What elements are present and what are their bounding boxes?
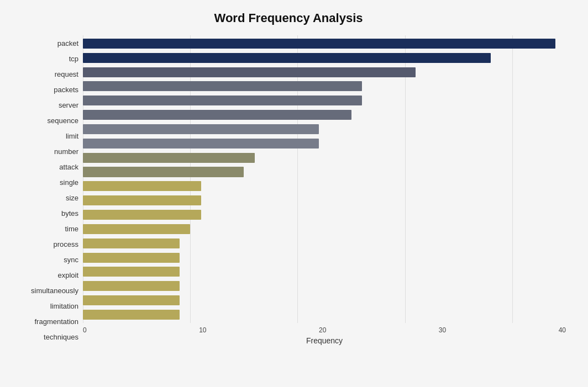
bar-row: [83, 179, 566, 193]
y-label: fragmentation: [35, 318, 79, 325]
x-axis: 010203040: [83, 323, 566, 334]
bar-row: [83, 151, 566, 165]
y-label: request: [55, 71, 78, 78]
y-label: simultaneously: [31, 287, 78, 294]
bar: [83, 67, 416, 77]
bar: [83, 281, 180, 291]
bar-row: [83, 122, 566, 136]
y-label: techniques: [44, 333, 78, 341]
y-label: server: [59, 102, 78, 109]
bar: [83, 295, 180, 305]
bar: [83, 153, 255, 163]
bar: [83, 253, 180, 263]
bar: [83, 224, 190, 234]
bar: [83, 53, 491, 63]
bar: [83, 195, 201, 205]
bar: [83, 238, 180, 248]
x-tick: 40: [559, 326, 566, 334]
y-label: limitation: [50, 303, 78, 310]
bar-row: [83, 165, 566, 179]
bar-row: [83, 236, 566, 251]
bar: [83, 267, 180, 277]
chart-area: packettcprequestpacketsserversequencelim…: [11, 35, 566, 345]
y-label: process: [53, 241, 78, 248]
bar: [83, 210, 201, 220]
bars-list: [83, 35, 566, 323]
bar-row: [83, 279, 566, 293]
y-label: packet: [57, 40, 78, 47]
x-tick: 10: [199, 326, 206, 334]
y-label: size: [66, 194, 78, 202]
x-axis-label: Frequency: [83, 336, 566, 345]
y-label: tcp: [69, 55, 78, 62]
bar-row: [83, 65, 566, 79]
bar-row: [83, 136, 566, 151]
chart-container: Word Frequency Analysis packettcprequest…: [0, 0, 588, 387]
y-label: attack: [59, 163, 78, 171]
bar: [83, 310, 180, 320]
y-label: limit: [66, 132, 78, 140]
bar-row: [83, 251, 566, 265]
bar: [83, 110, 351, 120]
bars-area: [83, 35, 566, 323]
x-tick: 0: [83, 326, 87, 334]
y-label: time: [65, 225, 78, 232]
x-tick: 30: [439, 326, 446, 334]
y-label: packets: [54, 86, 78, 93]
bar-row: [83, 293, 566, 308]
bar-row: [83, 36, 566, 51]
bar: [83, 39, 555, 49]
bar-row: [83, 108, 566, 122]
y-label: single: [60, 179, 78, 186]
x-tick: 20: [319, 326, 326, 334]
bar: [83, 139, 319, 149]
y-label: sequence: [48, 117, 78, 124]
bar-row: [83, 265, 566, 279]
bars-and-x: 010203040 Frequency: [83, 35, 566, 345]
chart-title: Word Frequency Analysis: [11, 11, 566, 25]
bar-row: [83, 208, 566, 222]
y-label: sync: [64, 256, 78, 263]
bar: [83, 167, 244, 177]
bar-row: [83, 51, 566, 65]
bar-row: [83, 93, 566, 108]
bar-row: [83, 193, 566, 208]
y-label: number: [54, 148, 78, 155]
bar: [83, 96, 362, 105]
bar: [83, 81, 362, 91]
bar-row: [83, 79, 566, 94]
bar: [83, 124, 319, 134]
bar-row: [83, 222, 566, 236]
y-label: exploit: [57, 272, 78, 279]
bar: [83, 181, 201, 191]
y-axis-labels: packettcprequestpacketsserversequencelim…: [11, 35, 83, 345]
y-label: bytes: [61, 210, 78, 217]
bar-row: [83, 308, 566, 322]
